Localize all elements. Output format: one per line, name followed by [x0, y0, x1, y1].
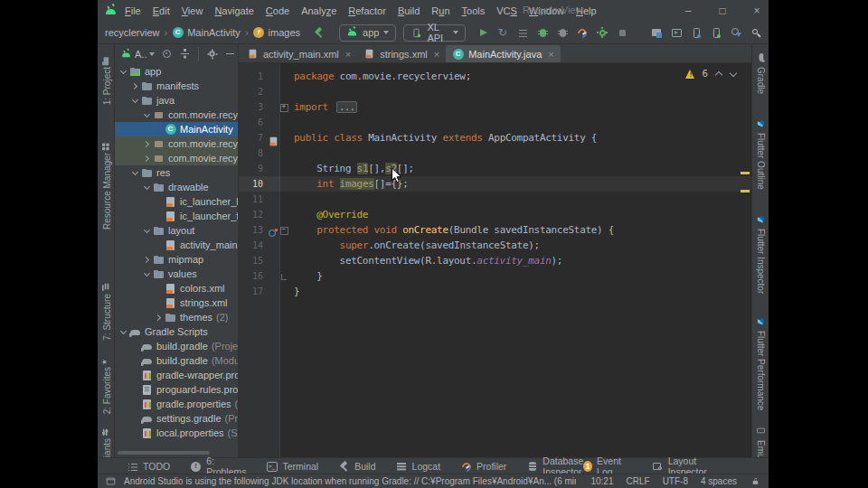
tree-item-settings-gradle[interactable]: settings.gradle(Pro [115, 411, 238, 426]
project-view-selector[interactable]: A.. [120, 49, 155, 60]
breadcrumb-item-recyclerview[interactable]: recyclerview [105, 27, 160, 38]
tree-item-ic-launcher-backgrou[interactable]: ic_launcher_backgrou [115, 194, 238, 209]
tool-window-button-emulator[interactable]: Emulator [755, 425, 767, 458]
tree-item-colors-xml[interactable]: colors.xml [115, 281, 238, 296]
tree-item-activity-main-xml[interactable]: activity_main.xml [115, 238, 238, 252]
tree-item-mipmap[interactable]: mipmap [115, 252, 238, 267]
tree-item-ic-launcher-foregrou[interactable]: ic_launcher_foregrou [115, 209, 238, 223]
profile-button[interactable] [572, 23, 592, 42]
horizontal-scrollbar[interactable] [118, 451, 210, 455]
tab-mainactivity-java[interactable]: MainActivity.java× [446, 45, 561, 62]
close-icon[interactable]: × [434, 49, 439, 60]
tree-item-app[interactable]: app [115, 64, 238, 79]
sdk-manager-button[interactable] [726, 23, 746, 42]
expanded-arrow-icon[interactable] [118, 326, 129, 337]
project-structure-button[interactable] [646, 23, 666, 42]
attach-debugger-button[interactable] [552, 23, 572, 42]
fold-marker[interactable] [279, 103, 288, 112]
tree-item-strings-xml[interactable]: strings.xml [115, 296, 238, 310]
status-message[interactable]: Android Studio is using the following JD… [124, 476, 576, 486]
menu-view[interactable]: View [179, 4, 206, 18]
line-separator[interactable]: CRLF [627, 476, 650, 486]
running-devices-button[interactable] [666, 23, 686, 42]
tool-window-button-2-favorites[interactable]: 2: Favorites [99, 355, 112, 414]
collapsed-arrow-icon[interactable] [130, 80, 141, 91]
expanded-arrow-icon[interactable] [142, 268, 153, 279]
menu-run[interactable]: Run [429, 4, 452, 18]
menu-refactor[interactable]: Refactor [345, 4, 389, 18]
next-problem-button[interactable] [729, 70, 737, 78]
caret-position[interactable]: 10:21 [590, 476, 613, 486]
fold-marker[interactable] [279, 226, 288, 235]
related-layout-gutter-icon[interactable] [268, 132, 279, 144]
menu-navigate[interactable]: Navigate [212, 4, 256, 18]
minimize-button[interactable]: – [682, 5, 694, 17]
menu-build[interactable]: Build [395, 4, 422, 18]
maximize-button[interactable]: □ [716, 5, 729, 17]
file-encoding[interactable]: UTF-8 [663, 476, 688, 486]
tree-item-layout[interactable]: layout [115, 223, 238, 238]
tool-window-button-flutter-outline[interactable]: Flutter Outline [755, 117, 767, 190]
tool-window-button-resource-manager[interactable]: Resource Manager [99, 141, 112, 230]
close-icon[interactable]: × [345, 49, 351, 60]
tab-strings-xml[interactable]: strings.xml× [357, 45, 446, 62]
tool-window-button-gradle[interactable]: Gradle [755, 52, 767, 94]
tool-window-button-logcat[interactable]: Logcat [396, 461, 441, 473]
override-gutter-icon[interactable] [268, 224, 279, 236]
debug-button[interactable] [533, 23, 552, 42]
apply-code-changes-button[interactable] [513, 23, 533, 42]
tool-window-button-build[interactable]: Build [338, 461, 375, 473]
tree-item-values[interactable]: values [115, 267, 238, 281]
hide-panel-button[interactable] [224, 48, 236, 60]
apply-changes-restart-button[interactable] [493, 23, 513, 42]
indent-setting[interactable]: 4 spaces [701, 476, 737, 486]
collapsed-arrow-icon[interactable] [142, 153, 153, 164]
breadcrumb-item-images[interactable]: images [253, 27, 300, 39]
tab-activity-main-xml[interactable]: activity_main.xml× [241, 45, 357, 62]
close-icon[interactable]: × [548, 49, 553, 60]
tool-window-button-flutter-performance[interactable]: Flutter Performance [755, 315, 767, 410]
expanded-arrow-icon[interactable] [130, 95, 141, 106]
expanded-arrow-icon[interactable] [118, 66, 129, 77]
search-everywhere-button[interactable] [746, 23, 766, 42]
tree-item-local-properties[interactable]: local.properties(SD [115, 426, 238, 440]
profile-avatar[interactable] [766, 23, 769, 42]
expanded-arrow-icon[interactable] [142, 182, 153, 192]
fold-marker[interactable] [279, 272, 288, 281]
tool-window-button-1-project[interactable]: 1: Project [99, 55, 112, 105]
window-icon[interactable] [106, 476, 116, 486]
menu-tools[interactable]: Tools [459, 4, 488, 18]
previous-problem-button[interactable] [714, 70, 722, 78]
tree-item-manifests[interactable]: manifests [115, 79, 238, 93]
menu-code[interactable]: Code [263, 4, 292, 18]
lock-icon[interactable] [750, 476, 760, 485]
expanded-arrow-icon[interactable] [130, 167, 141, 178]
device-select[interactable]: Pixel XL API 30 [403, 24, 466, 42]
expanded-arrow-icon[interactable] [142, 225, 153, 236]
tool-window-button-7-structure[interactable]: 7: Structure [99, 282, 112, 341]
tool-window-button-terminal[interactable]: Terminal [267, 461, 319, 473]
tool-window-button-flutter-inspector[interactable]: Flutter Inspector [755, 213, 767, 294]
avd-manager-button[interactable] [686, 23, 706, 42]
menu-vcs[interactable]: VCS [494, 4, 520, 18]
tree-item-themes[interactable]: themes(2) [115, 310, 238, 324]
tree-item-build-gradle[interactable]: build.gradle(Projec [115, 339, 238, 353]
tree-item-build-gradle[interactable]: build.gradle(Modul [115, 353, 238, 368]
profile-low-overhead-button[interactable] [592, 23, 612, 42]
tree-item-gradle-properties[interactable]: gradle.properties(P [115, 397, 238, 411]
make-project-button[interactable] [313, 23, 325, 42]
tree-item-drawable[interactable]: drawable [115, 180, 238, 194]
breadcrumb-item-mainactivity[interactable]: MainActivity [172, 27, 241, 39]
code-editor[interactable]: 1package com.movie.recyclerview;23import… [239, 63, 751, 458]
tree-item-com-movie-recyclerview[interactable]: com.movie.recyclerview [115, 136, 238, 151]
select-opened-file-button[interactable] [161, 48, 173, 60]
tool-window-button-todo[interactable]: TODO [127, 461, 170, 473]
collapsed-arrow-icon[interactable] [142, 138, 153, 149]
menu-edit[interactable]: Edit [150, 4, 173, 18]
gear-icon[interactable] [207, 49, 218, 60]
close-button[interactable]: × [750, 5, 763, 17]
collapse-all-button[interactable] [179, 48, 191, 60]
tree-item-com-movie-recyclerview[interactable]: com.movie.recyclerview [115, 151, 238, 165]
inspection-widget[interactable]: 6 [685, 68, 737, 80]
expanded-arrow-icon[interactable] [142, 109, 153, 120]
